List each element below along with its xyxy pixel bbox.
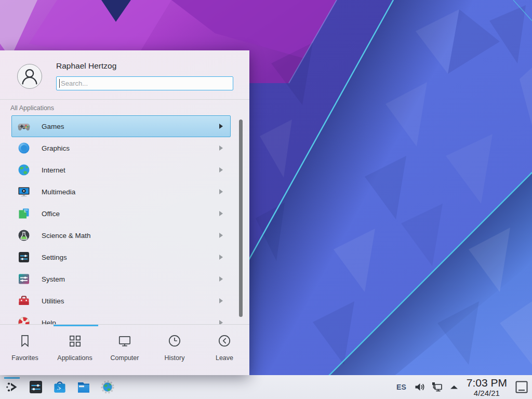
submenu-arrow-icon (219, 255, 223, 260)
user-name: Raphael Hertzog (56, 61, 116, 71)
submenu-arrow-icon (219, 233, 223, 238)
submenu-arrow-icon (219, 298, 223, 303)
category-item-science-math[interactable]: Science & Math (11, 224, 231, 246)
graphics-icon (17, 141, 31, 155)
tab-leave[interactable]: Leave (200, 325, 249, 375)
computer-icon (117, 333, 132, 349)
submenu-arrow-icon (219, 124, 223, 129)
tab-history[interactable]: History (150, 325, 200, 375)
category-item-utilities[interactable]: Utilities (11, 290, 231, 312)
launcher-tab-bar: Favorites Applications Computer (0, 324, 249, 375)
history-icon (167, 333, 182, 349)
user-avatar[interactable] (17, 64, 42, 89)
category-label: Multimedia (42, 188, 75, 196)
category-label: Settings (42, 254, 67, 261)
leave-icon (217, 333, 232, 349)
tab-applications[interactable]: Applications (50, 325, 100, 375)
show-desktop-icon (514, 380, 529, 394)
network-icon (431, 381, 443, 393)
category-label: System (42, 275, 65, 283)
category-label: Graphics (42, 144, 70, 152)
discover-software-button[interactable] (52, 379, 68, 395)
active-tab-indicator (54, 325, 98, 326)
utilities-icon (17, 294, 31, 308)
multimedia-icon (17, 185, 31, 198)
submenu-arrow-icon (219, 167, 223, 172)
web-browser-icon (100, 379, 115, 395)
submenu-arrow-icon (219, 276, 223, 282)
category-item-multimedia[interactable]: Multimedia (11, 181, 231, 203)
category-label: Internet (42, 166, 65, 174)
user-icon (18, 64, 42, 88)
category-item-help[interactable]: Help (11, 312, 231, 324)
chevron-up-icon (448, 381, 460, 393)
category-label: Help (42, 319, 56, 325)
application-launcher-popup: Raphael Hertzog All Applications Games (0, 50, 249, 375)
volume-tray-item[interactable] (414, 381, 426, 393)
tab-label: Computer (111, 354, 139, 362)
tab-label: Applications (57, 354, 92, 362)
search-box (56, 76, 233, 90)
submenu-arrow-icon (219, 211, 223, 216)
taskbar-panel: ES 7:03 PM 4/24/2 (0, 375, 532, 399)
category-label: Utilities (42, 297, 64, 305)
search-input[interactable] (57, 77, 233, 90)
tray-expander[interactable] (448, 381, 460, 393)
show-desktop-button[interactable] (514, 380, 529, 394)
category-label: Office (42, 210, 60, 218)
category-item-internet[interactable]: Internet (11, 159, 231, 181)
tab-label: Favorites (11, 354, 38, 362)
taskbar-pinned-apps (4, 375, 115, 399)
clock-date: 4/24/21 (467, 389, 507, 397)
science-icon (17, 229, 31, 242)
web-browser-button[interactable] (100, 379, 115, 395)
launcher-header: Raphael Hertzog (0, 50, 249, 100)
favorites-icon (17, 333, 33, 349)
folder-icon (76, 379, 91, 395)
scrollbar[interactable] (239, 119, 243, 317)
help-icon (17, 316, 31, 324)
section-label: All Applications (10, 104, 54, 112)
office-icon (17, 207, 31, 220)
tab-label: Leave (216, 354, 233, 362)
text-caret (59, 79, 60, 88)
digital-clock[interactable]: 7:03 PM 4/24/21 (467, 377, 507, 397)
system-settings-icon (28, 379, 44, 395)
internet-icon (17, 163, 31, 177)
submenu-arrow-icon (219, 189, 223, 194)
tab-favorites[interactable]: Favorites (0, 325, 50, 375)
category-item-settings[interactable]: Settings (11, 246, 231, 268)
keyboard-layout-indicator[interactable]: ES (396, 383, 406, 391)
application-category-list: Games Graphics Internet (0, 115, 249, 324)
category-item-games[interactable]: Games (11, 115, 231, 137)
application-launcher-button[interactable] (4, 379, 20, 395)
discover-icon (52, 379, 68, 395)
clock-time: 7:03 PM (467, 377, 507, 388)
category-item-system[interactable]: System (11, 268, 231, 290)
category-label: Games (42, 123, 64, 130)
category-item-office[interactable]: Office (11, 203, 231, 224)
tab-label: History (165, 354, 185, 362)
system-icon (17, 272, 31, 286)
file-manager-button[interactable] (76, 379, 91, 395)
submenu-arrow-icon (219, 320, 223, 324)
settings-icon (17, 250, 31, 264)
system-tray: ES 7:03 PM 4/24/2 (396, 375, 529, 399)
category-label: Science & Math (42, 232, 91, 240)
games-icon (17, 119, 31, 133)
submenu-arrow-icon (219, 145, 223, 151)
network-tray-item[interactable] (431, 381, 443, 393)
system-settings-button[interactable] (28, 379, 44, 395)
volume-icon (414, 381, 426, 393)
applications-icon (67, 333, 83, 349)
category-item-graphics[interactable]: Graphics (11, 137, 231, 159)
tab-computer[interactable]: Computer (100, 325, 150, 375)
plasma-launcher-icon (4, 379, 20, 395)
